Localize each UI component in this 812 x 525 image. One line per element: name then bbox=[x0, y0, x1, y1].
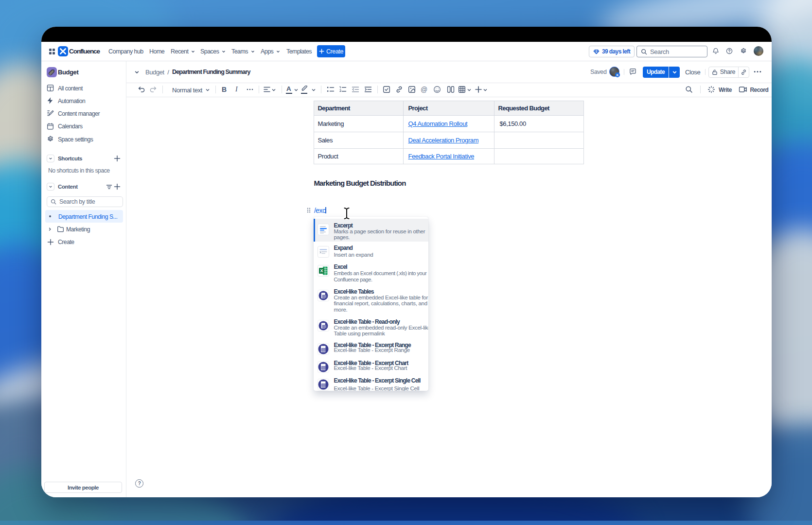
svg-text:X: X bbox=[320, 268, 323, 273]
